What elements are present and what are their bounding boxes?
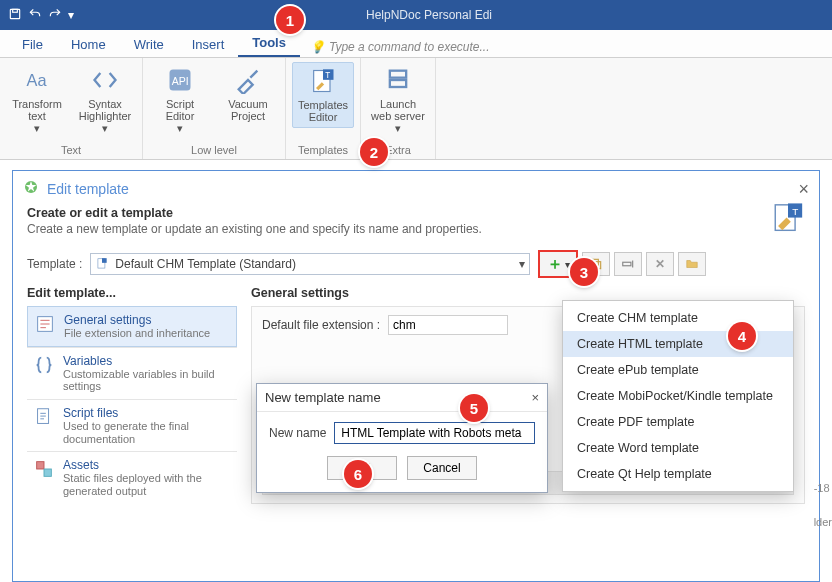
cat-assets[interactable]: AssetsStatic files deployed with the gen… (27, 451, 237, 503)
svg-rect-15 (102, 258, 107, 263)
template-label: Template : (27, 257, 82, 271)
svg-rect-22 (44, 469, 51, 476)
template-toolbar: ＋ ▾ ✕ (538, 250, 706, 278)
settings-icon (34, 313, 56, 335)
rename-template-button[interactable] (614, 252, 642, 276)
api-icon: API (166, 66, 194, 94)
chevron-down-icon: ▾ (395, 122, 401, 134)
svg-text:Aa: Aa (27, 71, 48, 89)
launch-web-server-button[interactable]: Launch web server▾ (367, 62, 429, 138)
cat-script-files[interactable]: Script filesUsed to generate the final d… (27, 399, 237, 451)
panel-title: Edit template (47, 181, 129, 197)
menu-create-mobipocket[interactable]: Create MobiPocket/Kindle template (563, 383, 793, 409)
menu-create-pdf[interactable]: Create PDF template (563, 409, 793, 435)
menu-bar: File Home Write Insert Tools 💡 Type a co… (0, 30, 832, 58)
ribbon-group-text: Aa Transform text▾ Syntax Highlighter▾ T… (0, 58, 143, 159)
delete-template-button[interactable]: ✕ (646, 252, 674, 276)
server-icon (384, 66, 412, 94)
create-template-menu: Create CHM template Create HTML template… (562, 300, 794, 492)
open-folder-button[interactable] (678, 252, 706, 276)
templates-editor-button[interactable]: T Templates Editor (292, 62, 354, 128)
broom-icon (234, 66, 262, 94)
bulb-icon: 💡 (310, 40, 325, 54)
svg-rect-21 (37, 462, 44, 469)
chevron-down-icon: ▾ (34, 122, 40, 134)
save-icon[interactable] (8, 7, 22, 24)
close-icon[interactable]: × (531, 390, 539, 405)
undo-icon[interactable] (28, 7, 42, 24)
svg-rect-9 (390, 80, 406, 87)
svg-text:T: T (325, 71, 330, 80)
template-value: Default CHM Template (Standard) (115, 257, 296, 271)
close-icon[interactable]: × (798, 180, 809, 198)
menu-create-html[interactable]: Create HTML template (563, 331, 793, 357)
svg-rect-8 (390, 71, 406, 78)
new-name-input[interactable] (334, 422, 535, 444)
right-heading: General settings (251, 286, 805, 300)
chevron-down-icon: ▾ (519, 257, 525, 271)
tab-home[interactable]: Home (57, 31, 120, 57)
annotation-badge-6: 6 (344, 460, 372, 488)
default-ext-label: Default file extension : (262, 318, 380, 332)
chevron-down-icon: ▾ (177, 122, 183, 134)
code-icon (91, 66, 119, 94)
default-ext-input[interactable] (388, 315, 508, 335)
cancel-button[interactable]: Cancel (407, 456, 477, 480)
dialog-title: New template name (265, 390, 381, 405)
app-title: HelpNDoc Personal Edi (74, 8, 824, 22)
menu-create-chm[interactable]: Create CHM template (563, 305, 793, 331)
annotation-badge-4: 4 (728, 322, 756, 350)
new-name-label: New name (269, 426, 326, 440)
assets-icon (33, 458, 55, 480)
svg-rect-0 (10, 9, 19, 18)
cropped-text: -18 lder (814, 482, 832, 528)
annotation-badge-3: 3 (570, 258, 598, 286)
command-search-placeholder: Type a command to execute... (329, 40, 490, 54)
chevron-down-icon: ▾ (102, 122, 108, 134)
cat-general-settings[interactable]: General settingsFile extension and inher… (27, 306, 237, 347)
svg-text:API: API (172, 75, 189, 87)
menu-create-epub[interactable]: Create ePub template (563, 357, 793, 383)
new-template-name-dialog: New template name × New name OK Cancel (256, 383, 548, 493)
script-editor-button[interactable]: API Script Editor▾ (149, 62, 211, 138)
syntax-highlighter-button[interactable]: Syntax Highlighter▾ (74, 62, 136, 138)
annotation-badge-1: 1 (276, 6, 304, 34)
annotation-badge-5: 5 (460, 394, 488, 422)
redo-icon[interactable] (48, 7, 62, 24)
menu-create-word[interactable]: Create Word template (563, 435, 793, 461)
command-search[interactable]: 💡 Type a command to execute... (304, 37, 496, 57)
tab-write[interactable]: Write (120, 31, 178, 57)
template-big-icon: T (771, 202, 805, 236)
ribbon-group-templates: T Templates Editor Templates (286, 58, 361, 159)
category-list: Edit template... General settingsFile ex… (27, 286, 237, 581)
transform-text-icon: Aa (23, 66, 51, 94)
panel-heading: Create or edit a template (27, 206, 173, 220)
svg-rect-18 (623, 262, 631, 266)
cat-variables[interactable]: VariablesCustomizable variables in build… (27, 347, 237, 399)
title-bar: ▾ HelpNDoc Personal Edi (0, 0, 832, 30)
menu-create-qthelp[interactable]: Create Qt Help template (563, 461, 793, 487)
script-icon (33, 406, 55, 428)
vacuum-project-button[interactable]: Vacuum Project (217, 62, 279, 138)
plus-icon: ＋ (547, 254, 563, 275)
ribbon-group-lowlevel: API Script Editor▾ Vacuum Project Low le… (143, 58, 286, 159)
ribbon: Aa Transform text▾ Syntax Highlighter▾ T… (0, 58, 832, 160)
template-doc-icon (95, 257, 109, 271)
svg-rect-1 (13, 9, 18, 12)
annotation-badge-2: 2 (360, 138, 388, 166)
tab-file[interactable]: File (8, 31, 57, 57)
template-select[interactable]: Default CHM Template (Standard) ▾ (90, 253, 530, 275)
panel-desc: Create a new template or update an exist… (27, 222, 805, 236)
braces-icon (33, 354, 55, 376)
svg-text:T: T (792, 206, 798, 217)
chevron-down-icon: ▾ (565, 259, 570, 270)
panel-icon (23, 179, 39, 198)
left-heading: Edit template... (27, 286, 237, 300)
transform-text-button[interactable]: Aa Transform text▾ (6, 62, 68, 138)
tab-insert[interactable]: Insert (178, 31, 239, 57)
rename-icon (621, 257, 635, 271)
folder-icon (685, 257, 699, 271)
templates-editor-icon: T (309, 67, 337, 95)
delete-icon: ✕ (655, 257, 665, 271)
quick-access-toolbar: ▾ (8, 7, 74, 24)
